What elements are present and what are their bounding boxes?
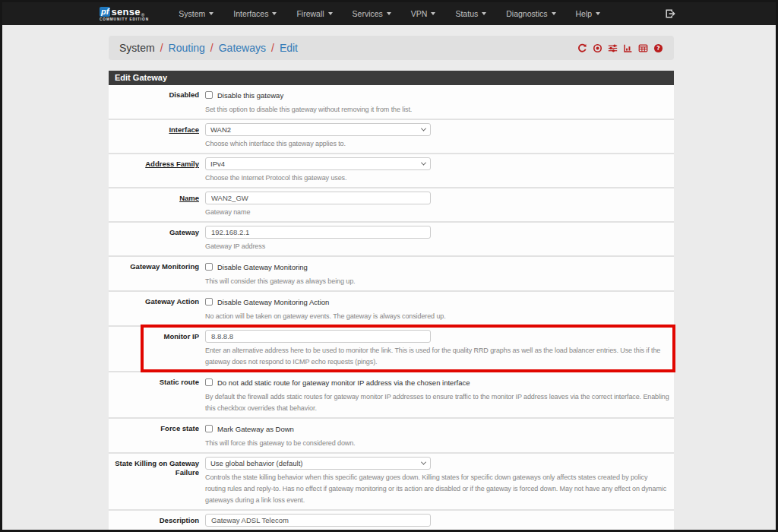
checkbox-label: Disable Gateway Monitoring Action (217, 298, 329, 306)
chevron-down-icon (421, 126, 426, 131)
field-control: Disable this gateway Set this option to … (205, 88, 669, 116)
refresh-icon[interactable] (577, 43, 587, 53)
field-label-gateway-monitoring: Gateway Monitoring (109, 260, 199, 287)
field-control: Disable Gateway Monitoring Action No act… (205, 295, 669, 322)
field-control: Enter an alternative address here to be … (205, 330, 669, 368)
field-control: A description may be entered here for re… (205, 514, 669, 532)
checkbox-box[interactable] (205, 263, 213, 271)
caret-down-icon (209, 12, 213, 15)
pfsense-logo[interactable]: pf sense ® COMMUNITY EDITION (100, 6, 163, 22)
select-interface[interactable]: WAN2 (205, 123, 431, 136)
chart-icon[interactable] (623, 43, 633, 53)
field-label-monitor-ip: Monitor IP (109, 330, 199, 368)
checkbox-disabled[interactable]: Disable this gateway (205, 90, 283, 101)
select-value: Use global behavior (default) (210, 459, 302, 467)
caret-down-icon (482, 12, 486, 15)
table-icon[interactable] (638, 43, 648, 53)
edit-gateway-panel: Edit Gateway Disabled Disable this gatew… (109, 71, 674, 532)
field-label-description: Description (109, 514, 199, 532)
checkbox-label: Mark Gateway as Down (217, 425, 294, 433)
chevron-down-icon (421, 460, 426, 465)
input-gateway[interactable] (205, 226, 431, 239)
field-label-state-killing-on-gateway-failure: State Killing on Gateway Failure (109, 457, 199, 506)
svg-text:?: ? (656, 45, 659, 52)
select-value: WAN2 (210, 125, 231, 134)
nav-menu-label: VPN (411, 9, 428, 18)
checkbox-gateway-action[interactable]: Disable Gateway Monitoring Action (205, 296, 329, 308)
gateway-form: Disabled Disable this gateway Set this o… (109, 85, 674, 532)
caret-down-icon (328, 12, 333, 15)
field-control: Gateway IP address (205, 226, 669, 252)
caret-down-icon (272, 12, 277, 15)
field-help-gateway-monitoring: This will consider this gateway as alway… (205, 276, 669, 287)
field-label-static-route: Static route (109, 375, 199, 414)
field-help-interface: Choose which interface this gateway appl… (205, 138, 669, 150)
field-control: IPv4 Choose the Internet Protocol this g… (205, 157, 669, 184)
select-address-family[interactable]: IPv4 (205, 157, 431, 170)
breadcrumb-link-routing[interactable]: Routing (169, 42, 205, 54)
nav-menu-label: Help (576, 9, 593, 18)
input-name[interactable] (205, 192, 431, 204)
form-row-interface: Interface WAN2 Choose which interface th… (109, 119, 674, 153)
top-navbar: pf sense ® COMMUNITY EDITION SystemInter… (2, 2, 776, 25)
nav-menu-label: Firewall (296, 9, 324, 18)
breadcrumb-separator: / (271, 42, 274, 54)
breadcrumb-toolbar: ? (577, 43, 663, 53)
field-help-force-state: This will force this gateway to be consi… (205, 438, 669, 449)
nav-menu-services[interactable]: Services (343, 2, 401, 25)
field-control: Gateway name (205, 192, 669, 218)
field-control: Disable Gateway Monitoring This will con… (205, 260, 669, 287)
field-label-gateway-action: Gateway Action (109, 295, 199, 322)
form-row-static-route: Static route Do not add static route for… (109, 371, 674, 417)
nav-menu-label: Diagnostics (506, 9, 547, 18)
checkbox-label: Disable this gateway (217, 91, 283, 100)
nav-menu-help[interactable]: Help (566, 2, 611, 25)
field-label-force-state: Force state (109, 422, 199, 449)
help-icon[interactable]: ? (653, 43, 663, 53)
breadcrumb: System/Routing/Gateways/Edit (119, 42, 298, 54)
checkbox-box[interactable] (205, 378, 213, 386)
nav-menu-diagnostics[interactable]: Diagnostics (496, 2, 565, 25)
logo-wordmark: pf sense ® (100, 6, 163, 17)
page-content: System/Routing/Gateways/Edit ? Edit Gate… (109, 36, 674, 532)
checkbox-box[interactable] (205, 298, 213, 306)
sliders-icon[interactable] (608, 43, 618, 53)
pfsense-page: pf sense ® COMMUNITY EDITION SystemInter… (0, 0, 778, 532)
nav-menu-vpn[interactable]: VPN (401, 2, 446, 25)
checkbox-box[interactable] (205, 425, 213, 432)
form-row-name: Name Gateway name (109, 187, 674, 221)
checkbox-force-state[interactable]: Mark Gateway as Down (205, 423, 294, 435)
caret-down-icon (431, 12, 435, 15)
nav-menu-interfaces[interactable]: Interfaces (223, 2, 286, 25)
field-help-description: A description may be entered here for re… (205, 529, 669, 532)
caret-down-icon (596, 12, 600, 15)
field-control: Mark Gateway as Down This will force thi… (205, 422, 669, 449)
nav-menu-label: Services (353, 9, 383, 18)
checkbox-static-route[interactable]: Do not add static route for gateway moni… (205, 377, 470, 388)
chevron-down-icon (421, 160, 426, 166)
logo-sense-text: sense (111, 6, 140, 17)
checkbox-box[interactable] (205, 91, 213, 99)
input-monitor-ip[interactable] (205, 330, 431, 343)
nav-menu-status[interactable]: Status (445, 2, 496, 25)
form-row-disabled: Disabled Disable this gateway Set this o… (109, 85, 674, 119)
nav-menu-system[interactable]: System (169, 2, 223, 25)
form-row-gateway: Gateway Gateway IP address (109, 221, 674, 255)
checkbox-gateway-monitoring[interactable]: Disable Gateway Monitoring (205, 261, 308, 273)
form-row-gateway-monitoring: Gateway Monitoring Disable Gateway Monit… (109, 255, 674, 290)
field-label-address-family: Address Family (109, 157, 199, 184)
breadcrumb-link-gateways[interactable]: Gateways (219, 42, 266, 54)
field-help-address-family: Choose the Internet Protocol this gatewa… (205, 173, 669, 184)
nav-menu-firewall[interactable]: Firewall (286, 2, 342, 25)
nav-menus: SystemInterfacesFirewallServicesVPNStatu… (169, 2, 610, 25)
breadcrumb-link-edit[interactable]: Edit (280, 42, 298, 54)
input-description[interactable] (205, 514, 431, 527)
select-state-killing-on-gateway-failure[interactable]: Use global behavior (default) (205, 457, 431, 470)
field-help-name: Gateway name (205, 207, 669, 218)
field-control: WAN2 Choose which interface this gateway… (205, 123, 669, 150)
sign-out-button[interactable] (665, 8, 675, 19)
caret-down-icon (387, 12, 391, 15)
logo-edition-text: COMMUNITY EDITION (100, 17, 149, 21)
breadcrumb-bar: System/Routing/Gateways/Edit ? (109, 36, 674, 60)
dot-circle-icon[interactable] (593, 43, 602, 53)
